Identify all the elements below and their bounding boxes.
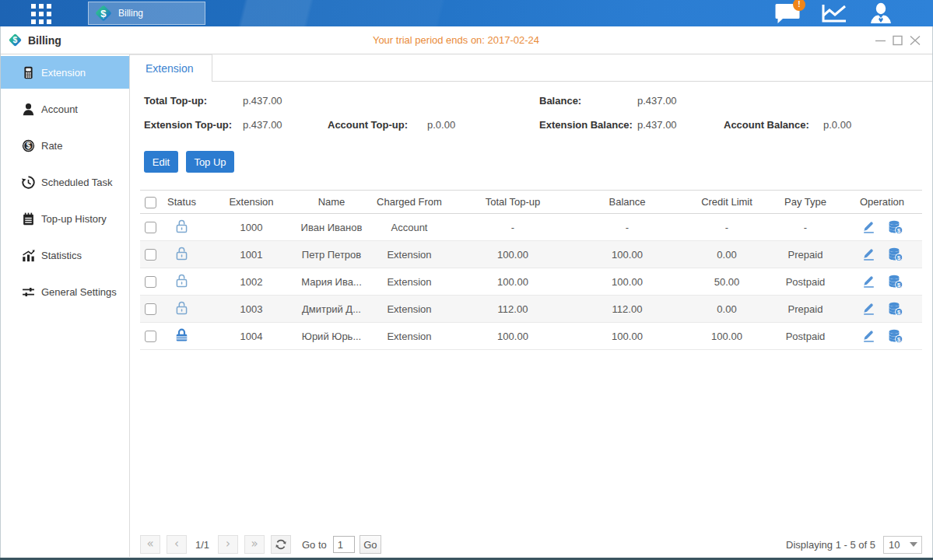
row-checkbox[interactable] [145, 331, 156, 342]
name-cell: Дмитрий Д... [300, 296, 363, 323]
go-button[interactable]: Go [360, 535, 381, 554]
name-cell: Юрий Юрь... [300, 323, 363, 350]
taskbar-item-billing[interactable]: $ Billing [88, 2, 205, 25]
edit-icon[interactable] [861, 275, 876, 289]
extension-icon [21, 65, 35, 79]
account-balance-value: p.0.00 [823, 119, 922, 131]
edit-icon[interactable] [861, 247, 876, 261]
extension-table: Status Extension Name Charged From Total… [140, 190, 922, 350]
prev-page-button[interactable]: ‹ [167, 535, 187, 554]
operation-cell: $ [842, 241, 922, 268]
minimize-icon [875, 34, 887, 47]
top-up-icon[interactable]: $ [888, 302, 903, 317]
sidebar-item-scheduled-task[interactable]: Scheduled Task [1, 166, 129, 198]
edit-icon[interactable] [861, 220, 876, 234]
pay-type-cell: - [769, 214, 842, 241]
taskbar-item-label: Billing [118, 8, 143, 19]
credit-limit-cell: 0.00 [685, 241, 769, 268]
top-up-button[interactable]: Top Up [186, 151, 234, 173]
table-row: 1000Иван ИвановAccount----$ [140, 214, 922, 241]
column-extension: Extension [202, 191, 300, 214]
table-header-row: Status Extension Name Charged From Total… [140, 191, 922, 214]
row-checkbox[interactable] [145, 222, 156, 233]
sidebar-item-account[interactable]: Account [1, 93, 129, 125]
sidebar-item-label: Top-up History [41, 213, 107, 225]
first-page-button[interactable]: « [140, 535, 160, 554]
operation-cell: $ [842, 268, 922, 296]
checkbox-cell [140, 268, 161, 296]
goto-page-input[interactable] [333, 536, 355, 553]
total-topup-cell: - [456, 214, 570, 241]
app-launcher-icon[interactable] [31, 4, 51, 23]
pay-type-cell: Postpaid [769, 268, 842, 296]
sidebar-item-statistics[interactable]: Statistics [1, 239, 129, 271]
status-cell [161, 296, 202, 323]
top-up-icon[interactable]: $ [888, 220, 903, 235]
last-page-button[interactable]: » [244, 535, 265, 554]
top-up-icon[interactable]: $ [888, 329, 903, 344]
charged-from-cell: Extension [363, 296, 456, 323]
refresh-icon [275, 538, 287, 551]
sidebar-item-topup-history[interactable]: Top-up History [1, 202, 129, 235]
table-row: 1001Петр ПетровExtension100.00100.000.00… [140, 241, 922, 268]
user-menu-button[interactable] [866, 2, 896, 24]
sidebar-item-label: Rate [41, 140, 62, 152]
select-all-checkbox[interactable] [145, 197, 156, 208]
edit-icon[interactable] [861, 302, 876, 316]
main-panel: Extension Total Top-up: p.437.00 Balance… [130, 54, 932, 557]
top-up-icon[interactable]: $ [888, 247, 903, 262]
maximize-button[interactable] [892, 33, 904, 47]
window-controls [870, 26, 921, 54]
name-cell: Петр Петров [300, 241, 363, 268]
operation-cell: $ [842, 214, 922, 241]
balance-cell: 100.00 [570, 241, 685, 268]
column-balance: Balance [570, 191, 685, 214]
edit-button[interactable]: Edit [144, 151, 178, 173]
row-checkbox[interactable] [145, 303, 156, 315]
status-cell [161, 323, 202, 350]
close-icon [909, 34, 921, 47]
next-page-button[interactable]: › [218, 535, 238, 554]
total-topup-cell: 100.00 [456, 268, 570, 296]
column-name: Name [300, 191, 363, 214]
trial-notice: Your trial period ends on: 2017-02-24 [1, 34, 932, 46]
sidebar-item-general-settings[interactable]: General Settings [1, 275, 129, 308]
status-cell [161, 241, 202, 268]
line-chart-icon [821, 2, 847, 24]
column-total-topup: Total Top-up [456, 191, 570, 214]
name-cell: Мария Ива... [300, 268, 363, 296]
sidebar-item-label: Scheduled Task [41, 177, 113, 188]
charged-from-cell: Extension [363, 323, 456, 350]
edit-icon[interactable] [861, 329, 876, 343]
balance-cell: 112.00 [570, 296, 685, 323]
status-unlocked-icon [174, 246, 189, 261]
goto-label: Go to [302, 539, 327, 551]
row-checkbox[interactable] [145, 249, 156, 261]
total-topup-label: Total Top-up: [144, 95, 243, 107]
page-size-value: 10 [889, 539, 900, 551]
svg-text:$: $ [26, 142, 30, 150]
scheduled-task-icon [21, 175, 35, 189]
sidebar-item-rate[interactable]: $ Rate [1, 129, 129, 162]
close-button[interactable] [909, 33, 921, 47]
top-up-icon[interactable]: $ [888, 275, 903, 289]
sidebar-item-extension[interactable]: Extension [1, 56, 129, 89]
topbar-right: ! [756, 2, 896, 24]
account-icon [21, 102, 35, 116]
refresh-button[interactable] [271, 535, 291, 554]
minimize-button[interactable] [875, 33, 887, 47]
page-size-select[interactable]: 10 [883, 536, 922, 554]
column-pay-type: Pay Type [769, 191, 842, 214]
column-status: Status [161, 191, 202, 214]
charged-from-cell: Extension [363, 268, 456, 296]
row-checkbox[interactable] [145, 276, 156, 288]
column-charged-from: Charged From [363, 191, 456, 214]
tab-extension[interactable]: Extension [130, 54, 212, 82]
checkbox-cell [140, 296, 161, 323]
messages-button[interactable]: ! [773, 2, 802, 24]
account-balance-label: Account Balance: [724, 119, 823, 131]
resource-monitor-button[interactable] [819, 2, 849, 24]
charged-from-cell: Extension [363, 241, 456, 268]
window-body: Extension Account $ Rate [1, 54, 932, 557]
pay-type-cell: Prepaid [769, 241, 842, 268]
